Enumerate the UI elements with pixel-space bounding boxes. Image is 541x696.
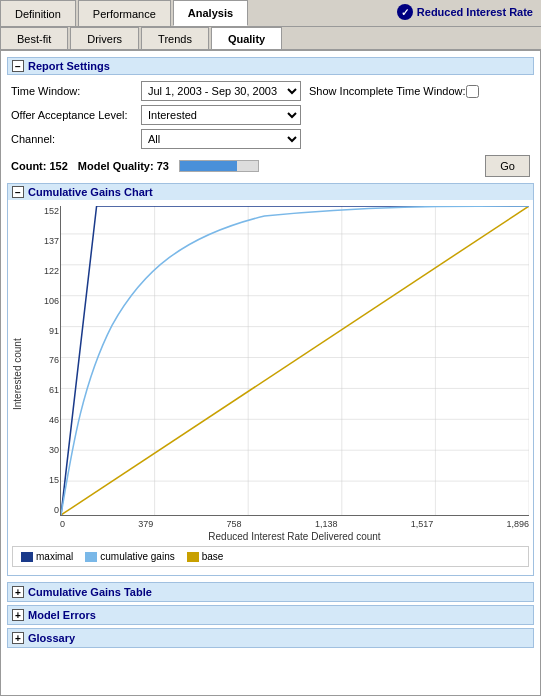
y-axis-label: Interested count bbox=[12, 206, 26, 542]
tab-definition[interactable]: Definition bbox=[0, 0, 76, 26]
legend-maximal: maximal bbox=[21, 551, 73, 562]
tab-drivers[interactable]: Drivers bbox=[70, 27, 139, 49]
second-tab-bar: Best-fit Drivers Trends Quality bbox=[0, 26, 541, 50]
y-tick-106: 106 bbox=[27, 296, 59, 306]
x-tick-1517: 1,517 bbox=[411, 519, 434, 529]
model-errors-section: + Model Errors bbox=[7, 605, 534, 625]
time-window-label: Time Window: bbox=[11, 85, 141, 97]
chart-legend: maximal cumulative gains base bbox=[12, 546, 529, 567]
top-tab-bar: Definition Performance Analysis ✓ Reduce… bbox=[0, 0, 541, 26]
legend-cumgains-box bbox=[85, 552, 97, 562]
chart-collapse-icon: − bbox=[12, 186, 24, 198]
y-tick-61: 61 bbox=[27, 385, 59, 395]
tab-quality[interactable]: Quality bbox=[211, 27, 282, 49]
time-window-row: Time Window: Jul 1, 2003 - Sep 30, 2003 … bbox=[7, 81, 534, 101]
go-button[interactable]: Go bbox=[485, 155, 530, 177]
collapse-icon: − bbox=[12, 60, 24, 72]
chart-title: Cumulative Gains Chart bbox=[28, 186, 153, 198]
legend-base: base bbox=[187, 551, 224, 562]
glossary-title: Glossary bbox=[28, 632, 75, 644]
legend-cumgains: cumulative gains bbox=[85, 551, 174, 562]
channel-label: Channel: bbox=[11, 133, 141, 145]
quality-bar-fill bbox=[180, 161, 237, 171]
x-tick-379: 379 bbox=[138, 519, 153, 529]
cumulative-gains-table-section: + Cumulative Gains Table bbox=[7, 582, 534, 602]
main-content: − Report Settings Time Window: Jul 1, 20… bbox=[0, 50, 541, 696]
cum-table-title: Cumulative Gains Table bbox=[28, 586, 152, 598]
header-title-area: ✓ Reduced Interest Rate bbox=[397, 4, 533, 20]
y-tick-76: 76 bbox=[27, 355, 59, 365]
x-tick-1896: 1,896 bbox=[506, 519, 529, 529]
chart-container: Interested count 152 137 122 106 91 76 6… bbox=[8, 200, 533, 575]
chart-section: − Cumulative Gains Chart Interested coun… bbox=[7, 183, 534, 576]
glossary-header[interactable]: + Glossary bbox=[8, 629, 533, 647]
y-tick-91: 91 bbox=[27, 326, 59, 336]
page-title: Reduced Interest Rate bbox=[417, 6, 533, 18]
glossary-collapse-icon: + bbox=[12, 632, 24, 644]
y-tick-152: 152 bbox=[27, 206, 59, 216]
show-incomplete-label: Show Incomplete Time Window: bbox=[309, 85, 466, 97]
tab-bestfit[interactable]: Best-fit bbox=[0, 27, 68, 49]
chart-svg bbox=[61, 206, 529, 515]
model-errors-header[interactable]: + Model Errors bbox=[8, 606, 533, 624]
chart-area: Interested count 152 137 122 106 91 76 6… bbox=[12, 206, 529, 542]
chart-plot-area: 152 137 122 106 91 76 61 46 30 15 0 bbox=[60, 206, 529, 516]
legend-maximal-label: maximal bbox=[36, 551, 73, 562]
x-tick-758: 758 bbox=[227, 519, 242, 529]
tab-performance[interactable]: Performance bbox=[78, 0, 171, 26]
x-tick-labels: 0 379 758 1,138 1,517 1,896 bbox=[60, 519, 529, 529]
channel-row: Channel: All bbox=[7, 129, 534, 149]
verified-icon: ✓ bbox=[397, 4, 413, 20]
y-tick-137: 137 bbox=[27, 236, 59, 246]
offer-acceptance-row: Offer Acceptance Level: Interested bbox=[7, 105, 534, 125]
channel-select[interactable]: All bbox=[141, 129, 301, 149]
show-incomplete-checkbox[interactable] bbox=[466, 85, 479, 98]
offer-acceptance-select[interactable]: Interested bbox=[141, 105, 301, 125]
report-settings-title: Report Settings bbox=[28, 60, 110, 72]
legend-base-box bbox=[187, 552, 199, 562]
offer-acceptance-label: Offer Acceptance Level: bbox=[11, 109, 141, 121]
time-window-select[interactable]: Jul 1, 2003 - Sep 30, 2003 bbox=[141, 81, 301, 101]
x-axis-label: Reduced Interest Rate Delivered count bbox=[60, 531, 529, 542]
y-tick-122: 122 bbox=[27, 266, 59, 276]
show-incomplete-row: Show Incomplete Time Window: bbox=[309, 85, 482, 98]
model-errors-collapse-icon: + bbox=[12, 609, 24, 621]
tab-trends[interactable]: Trends bbox=[141, 27, 209, 49]
y-tick-15: 15 bbox=[27, 475, 59, 485]
count-display: Count: 152 bbox=[11, 160, 68, 172]
quality-display: Model Quality: 73 bbox=[78, 160, 169, 172]
legend-maximal-box bbox=[21, 552, 33, 562]
chart-section-header[interactable]: − Cumulative Gains Chart bbox=[8, 184, 533, 200]
legend-base-label: base bbox=[202, 551, 224, 562]
legend-cumgains-label: cumulative gains bbox=[100, 551, 174, 562]
cum-table-collapse-icon: + bbox=[12, 586, 24, 598]
cumulative-gains-table-header[interactable]: + Cumulative Gains Table bbox=[8, 583, 533, 601]
x-tick-0: 0 bbox=[60, 519, 65, 529]
count-row: Count: 152 Model Quality: 73 Go bbox=[11, 155, 530, 177]
y-tick-0: 0 bbox=[27, 505, 59, 515]
y-tick-30: 30 bbox=[27, 445, 59, 455]
glossary-section: + Glossary bbox=[7, 628, 534, 648]
tab-analysis[interactable]: Analysis bbox=[173, 0, 248, 26]
y-tick-46: 46 bbox=[27, 415, 59, 425]
model-errors-title: Model Errors bbox=[28, 609, 96, 621]
report-settings-header[interactable]: − Report Settings bbox=[7, 57, 534, 75]
quality-bar bbox=[179, 160, 259, 172]
x-tick-1138: 1,138 bbox=[315, 519, 338, 529]
